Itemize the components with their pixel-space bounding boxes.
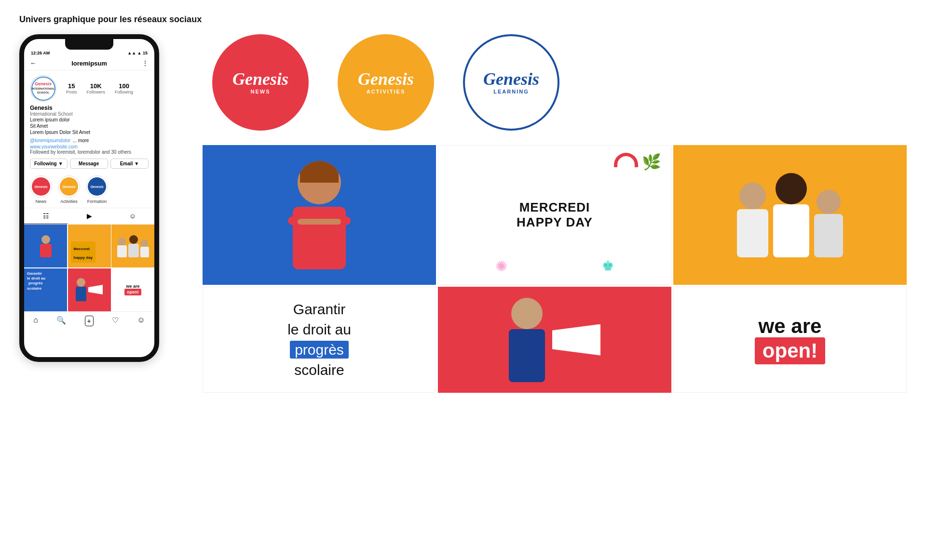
reels-icon: ▶ (87, 212, 92, 220)
ig-header: ← loremipsum ⋮ (24, 56, 154, 70)
small-girl-1 (40, 235, 52, 257)
megaphone-person (509, 298, 545, 382)
ig-tab-grid[interactable]: ☷ (24, 208, 68, 224)
ig-bio-subtitle: International School (30, 111, 149, 117)
ig-bio-line1: Lorem ipsum dolor (30, 117, 149, 123)
ig-stat-followers: 10K Followers (87, 82, 106, 94)
following-button[interactable]: Following ▼ (30, 159, 68, 169)
ig-grid-cell-4[interactable]: Garantirle droit auprogrèsscolaire (24, 268, 67, 311)
grid-cell-we-are-open: we are open! (673, 287, 907, 393)
phone-notch (65, 39, 113, 50)
page-title: Univers graphique pour les réseaux socia… (19, 14, 907, 25)
flower-shape: ✺ (495, 258, 507, 275)
ig-highlight-formation-circle: Genesis (86, 175, 108, 198)
ig-highlight-activities[interactable]: Genesis Activities (58, 175, 80, 204)
ig-highlights: Genesis News Genesis Activities (24, 172, 154, 208)
profile-icon[interactable]: ☺ (137, 316, 145, 326)
ig-bio-link[interactable]: @loremipsumdolor (30, 138, 70, 143)
ig-highlight-activities-label: Activities (60, 199, 78, 204)
message-button[interactable]: Message (70, 159, 108, 169)
ig-tab-reels[interactable]: ▶ (68, 208, 111, 224)
following-label: Following (34, 161, 57, 166)
ig-highlight-formation[interactable]: Genesis Formation (86, 175, 108, 204)
garantir-text-block: Garantir le droit au progrès scolaire (287, 299, 351, 380)
status-icons: ▲▲ ▲ 15 (127, 51, 148, 55)
grid-icon: ☷ (43, 212, 49, 220)
ig-tab-tagged[interactable]: ☺ (111, 208, 154, 224)
ig-bio: Genesis International School Lorem ipsum… (30, 105, 149, 155)
ig-avatar[interactable]: Genesis INTERNATIONALSCHOOL (30, 75, 56, 102)
options-icon[interactable]: ⋮ (142, 59, 149, 67)
we-are-line: we are (755, 315, 825, 337)
open-badge: open! (755, 337, 825, 364)
search-icon[interactable]: 🔍 (56, 316, 66, 326)
posts-count: 15 (66, 82, 77, 90)
grid-cell-photo-red (438, 287, 671, 393)
posts-label: Posts (66, 90, 77, 94)
rainbow-shape (614, 153, 638, 167)
genesis-activities-title: Genesis (358, 70, 414, 88)
following-label: Following (115, 90, 133, 94)
genesis-learning-subtitle: LEARNING (493, 89, 529, 94)
children-group-phone (117, 235, 149, 257)
ig-grid: Mercredihappy day (24, 225, 154, 311)
email-label: Email (120, 161, 133, 166)
girl-body (293, 207, 346, 269)
ig-action-row: Following ▼ Message Email ▼ (30, 159, 149, 169)
status-time: 12:26 AM (31, 51, 50, 55)
ig-grid-cell-2[interactable]: Mercredihappy day (68, 225, 111, 267)
phone-status-bar: 12:26 AM ▲▲ ▲ 15 (24, 50, 154, 56)
megaphone-shape-phone (88, 285, 103, 294)
ig-profile-section: Genesis INTERNATIONALSCHOOL 15 Posts (24, 70, 154, 172)
megaphone-phone (76, 278, 103, 301)
ig-grid-cell-1[interactable] (24, 225, 67, 267)
followers-count: 10K (87, 82, 106, 90)
circles-row: Genesis NEWS Genesis ACTIVITIES Genesis … (203, 34, 907, 131)
happy-day-label: HAPPY DAY (517, 215, 593, 230)
sg-body-1 (40, 244, 52, 257)
ig-grid-cell-6[interactable]: we are open! (111, 268, 154, 311)
ig-bottom-nav: ⌂ 🔍 + ♡ ☺ (24, 311, 154, 330)
ig-highlight-activities-circle: Genesis (58, 175, 80, 198)
mercredi-label: MERCREDI (517, 200, 593, 215)
ig-bio-link-row: @loremipsumdolor ... more (30, 135, 149, 144)
ig-bio-line2: Sit Amet (30, 123, 149, 129)
genesis-activities-subtitle: ACTIVITIES (367, 89, 406, 94)
ig-highlight-news[interactable]: Genesis News (30, 175, 52, 204)
heart-icon[interactable]: ♡ (112, 316, 119, 326)
genesis-circle-activities: Genesis ACTIVITIES (338, 34, 434, 131)
girl-hair (300, 161, 339, 183)
back-icon[interactable]: ← (30, 59, 37, 67)
main-content: 12:26 AM ▲▲ ▲ 15 ← loremipsum ⋮ (19, 34, 907, 393)
ig-highlight-news-label: News (36, 199, 47, 204)
ig-tabs: ☷ ▶ ☺ (24, 208, 154, 225)
child-2 (773, 173, 809, 257)
genesis-circle-news: Genesis NEWS (212, 34, 309, 131)
ig-highlight-news-circle: Genesis (30, 175, 52, 198)
child-3 (814, 190, 843, 257)
garantir-scolaire: scolaire (287, 360, 351, 380)
ig-highlight-activities-logo: Genesis (60, 177, 78, 196)
genesis-learning-title: Genesis (483, 70, 539, 88)
ig-bio-line3: Lorem Ipsum Dolor Sit Amet (30, 129, 149, 135)
sg-head-1 (41, 235, 50, 244)
grid-cell-photo-blue (203, 145, 436, 285)
ig-grid-cell-3[interactable] (111, 225, 154, 267)
ig-stat-following: 100 Following (115, 82, 133, 94)
ig-grid-cell-5[interactable] (68, 268, 111, 311)
mercredi-happy-day-text: MERCREDI HAPPY DAY (517, 200, 593, 230)
chevron-down-icon: ▼ (134, 161, 139, 166)
email-button[interactable]: Email ▼ (110, 159, 149, 169)
megaphone-girl (509, 298, 600, 382)
page-wrapper: Univers graphique pour les réseaux socia… (0, 0, 926, 407)
garantir-phone-text: Garantirle droit auprogrèsscolaire (27, 271, 45, 292)
ig-bio-website[interactable]: www.yourwebsite.com (30, 144, 149, 149)
ig-highlight-news-logo: Genesis (32, 177, 50, 196)
add-icon[interactable]: + (85, 316, 94, 326)
leaf-shape: 🌿 (642, 153, 661, 171)
genesis-circle-learning: Genesis LEARNING (463, 34, 559, 131)
home-icon[interactable]: ⌂ (33, 316, 38, 326)
following-count: 100 (115, 82, 133, 90)
we-are-phone: we are open! (124, 284, 141, 295)
deco-shapes-top: 🌿 (614, 153, 661, 171)
